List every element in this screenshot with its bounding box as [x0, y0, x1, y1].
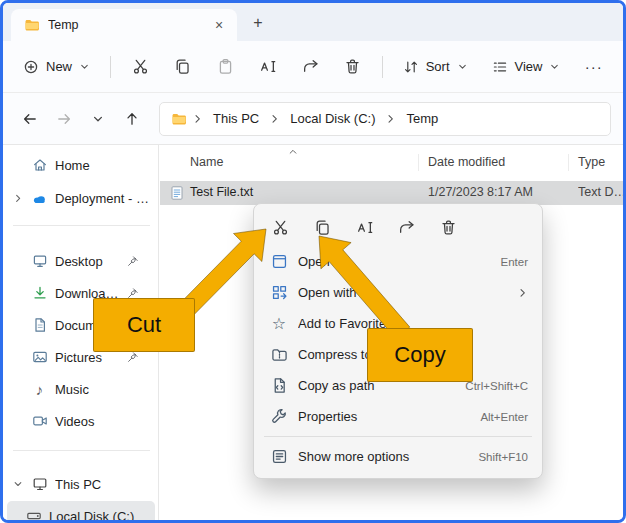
share-button[interactable] — [388, 211, 424, 243]
text-file-icon — [169, 185, 185, 201]
shortcut-label: Ctrl+Shift+C — [465, 380, 528, 392]
folder-icon — [23, 17, 40, 33]
breadcrumb-temp[interactable]: Temp — [401, 109, 443, 128]
chevron-down-icon — [79, 61, 90, 72]
sort-button[interactable]: Sort — [393, 49, 478, 85]
disk-icon — [25, 508, 42, 523]
trash-icon — [440, 219, 457, 236]
sort-button-label: Sort — [426, 59, 450, 74]
star-icon: ☆ — [270, 316, 288, 332]
pin-icon — [126, 351, 139, 364]
sidebar-item-onedrive[interactable]: Deployment - Calv — [7, 183, 155, 213]
view-list-icon — [492, 59, 508, 75]
shortcut-label: Alt+Enter — [480, 411, 528, 423]
pictures-icon — [31, 349, 48, 365]
chevron-down-icon[interactable] — [11, 479, 24, 489]
sidebar-item-label: Deployment - Calv — [55, 191, 151, 206]
paste-button[interactable] — [206, 49, 244, 85]
sidebar-item-desktop[interactable]: Desktop — [7, 246, 155, 276]
recent-locations-button[interactable] — [83, 104, 113, 134]
copy-as-path-icon — [270, 377, 288, 394]
sidebar-item-videos[interactable]: Videos — [7, 406, 155, 436]
submenu-chevron-icon — [517, 287, 528, 298]
file-name: Test File.txt — [190, 185, 253, 199]
breadcrumb-local-disk[interactable]: Local Disk (C:) — [285, 109, 380, 128]
chevron-down-icon — [549, 61, 560, 72]
show-more-options-icon — [270, 448, 288, 465]
file-date-modified: 1/27/2023 8:17 AM — [428, 185, 533, 199]
rename-button[interactable] — [346, 211, 382, 243]
delete-button[interactable] — [430, 211, 466, 243]
sidebar-item-label: Music — [55, 382, 119, 397]
cut-button[interactable] — [262, 211, 298, 243]
document-icon — [31, 317, 48, 333]
sidebar-item-local-disk[interactable]: Local Disk (C:) — [7, 501, 155, 523]
column-header-name[interactable]: Name — [190, 155, 223, 169]
column-header-date-modified[interactable]: Date modified — [428, 155, 505, 169]
paste-icon — [217, 58, 234, 75]
context-menu-item-open-with[interactable]: Open with — [258, 277, 538, 308]
context-menu-item-open[interactable]: Open Enter — [258, 246, 538, 277]
breadcrumb-this-pc[interactable]: This PC — [208, 109, 264, 128]
see-more-button[interactable]: ··· — [575, 49, 613, 85]
new-tab-button[interactable]: + — [245, 10, 271, 36]
desktop-icon — [31, 253, 48, 269]
pin-icon — [126, 255, 139, 268]
view-button-label: View — [515, 59, 543, 74]
shortcut-label: Shift+F10 — [478, 451, 528, 463]
sidebar-item-label: Desktop — [55, 254, 119, 269]
copy-icon — [174, 58, 191, 75]
cloud-icon — [31, 190, 48, 207]
copy-button[interactable] — [163, 49, 201, 85]
shortcut-label: Enter — [501, 256, 529, 268]
column-headers: Name Date modified Type — [160, 145, 623, 179]
file-row-test-file[interactable]: Test File.txt 1/27/2023 8:17 AM Text Doc… — [160, 181, 623, 205]
sidebar-item-label: Home — [55, 158, 151, 173]
new-button[interactable]: New — [13, 49, 100, 85]
chevron-right-icon — [385, 113, 396, 124]
tab-title: Temp — [48, 18, 201, 32]
chevron-right-icon[interactable] — [11, 193, 24, 203]
download-icon — [31, 285, 48, 301]
sidebar-item-label: This PC — [55, 477, 151, 492]
wrench-icon — [270, 408, 288, 425]
trash-icon — [344, 58, 361, 75]
command-toolbar: New — [3, 41, 623, 93]
column-divider — [568, 154, 569, 171]
delete-button[interactable] — [333, 49, 371, 85]
cut-button[interactable] — [121, 49, 159, 85]
rename-button[interactable] — [248, 49, 286, 85]
sidebar-item-label: Local Disk (C:) — [49, 509, 151, 523]
share-button[interactable] — [291, 49, 329, 85]
sort-ascending-icon — [288, 147, 298, 157]
plus-circle-icon — [23, 59, 39, 75]
cut-callout-label: Cut — [93, 298, 195, 352]
sidebar-item-this-pc[interactable]: This PC — [7, 469, 155, 499]
address-bar[interactable]: This PC Local Disk (C:) Temp — [159, 102, 611, 136]
column-header-type[interactable]: Type — [578, 155, 605, 169]
context-menu-item-label: Open — [298, 254, 491, 269]
tab-temp[interactable]: Temp × — [11, 9, 237, 41]
up-button[interactable] — [117, 104, 147, 134]
sidebar-item-music[interactable]: ♪ Music — [7, 374, 155, 404]
new-button-label: New — [46, 59, 72, 74]
context-menu-item-properties[interactable]: Properties Alt+Enter — [258, 401, 538, 432]
view-button[interactable]: View — [482, 49, 571, 85]
rename-icon — [259, 58, 276, 75]
forward-button[interactable] — [49, 104, 79, 134]
chevron-right-icon — [269, 113, 280, 124]
home-icon — [31, 157, 48, 173]
copy-button[interactable] — [304, 211, 340, 243]
rename-icon — [356, 219, 373, 236]
tab-strip: Temp × + — [3, 3, 623, 41]
context-menu-item-label: Show more options — [298, 449, 468, 464]
sidebar-item-home[interactable]: Home — [7, 150, 155, 180]
open-with-icon — [270, 284, 288, 301]
navigation-bar: This PC Local Disk (C:) Temp — [3, 93, 623, 145]
file-type: Text Document — [578, 185, 626, 199]
context-menu-item-label: Open with — [298, 285, 507, 300]
tab-close-icon[interactable]: × — [209, 15, 229, 35]
context-menu-item-label: Properties — [298, 409, 470, 424]
back-button[interactable] — [15, 104, 45, 134]
context-menu-item-show-more-options[interactable]: Show more options Shift+F10 — [258, 441, 538, 472]
